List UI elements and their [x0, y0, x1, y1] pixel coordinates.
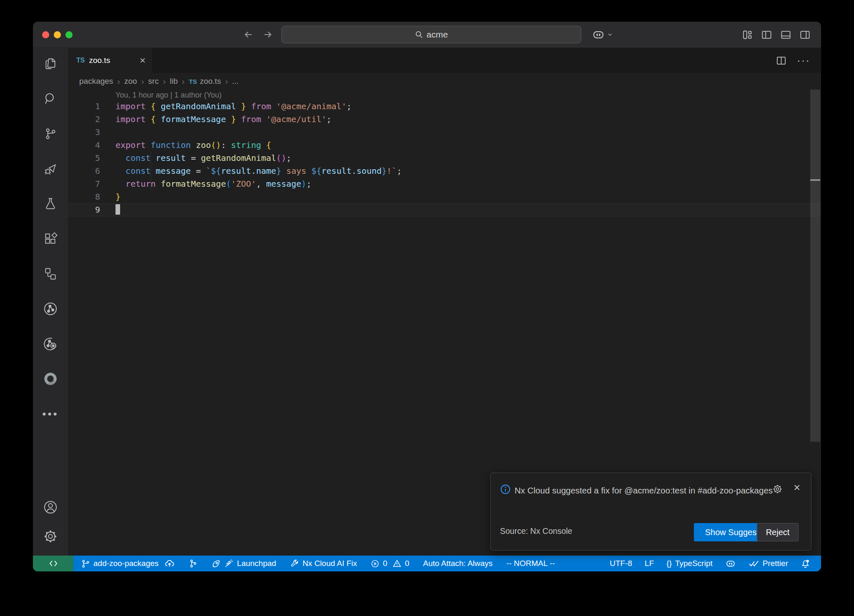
close-window-button[interactable]	[42, 31, 49, 38]
extensions-icon[interactable]	[33, 227, 68, 250]
more-actions-icon[interactable]: ···	[797, 54, 810, 67]
close-tab-icon[interactable]: ×	[140, 55, 146, 65]
line-number: 6	[68, 165, 116, 178]
breadcrumb-item-src[interactable]: src	[148, 77, 158, 86]
tab-zoo-ts[interactable]: TS zoo.ts ×	[68, 48, 153, 73]
testing-icon[interactable]	[33, 192, 68, 215]
status-bar: add-zoo-packages	[33, 556, 821, 571]
toggle-panel-icon[interactable]	[780, 29, 792, 41]
code-line-6[interactable]: 6 const message = `${result.name} says $…	[68, 165, 821, 178]
toggle-primary-sidebar-icon[interactable]	[761, 29, 773, 41]
explorer-icon[interactable]	[33, 52, 68, 75]
auto-attach-status[interactable]: Auto Attach: Always	[423, 559, 492, 568]
breadcrumb-separator-icon: ›	[163, 77, 166, 86]
breadcrumb-separator-icon: ›	[141, 77, 144, 86]
source-control-graph-status[interactable]	[188, 559, 198, 568]
settings-gear-icon[interactable]	[33, 525, 68, 548]
copilot-menu[interactable]	[592, 28, 613, 41]
line-number: 8	[68, 190, 116, 203]
search-sidebar-icon[interactable]	[33, 87, 68, 110]
eol-status[interactable]: LF	[645, 559, 654, 568]
editor-scrollbar[interactable]	[810, 90, 820, 442]
code-line-4[interactable]: 4export function zoo(): string {	[68, 139, 821, 152]
typescript-file-icon: TS	[189, 78, 197, 85]
warning-icon	[392, 559, 402, 568]
reject-button[interactable]: Reject	[757, 523, 799, 541]
code-line-9[interactable]: 9	[68, 203, 821, 216]
problems-status[interactable]: 0 0	[371, 559, 409, 568]
remote-icon	[48, 558, 58, 568]
code-line-7[interactable]: 7 return formatMessage('ZOO', message);	[68, 178, 821, 190]
source-control-icon[interactable]	[33, 122, 68, 145]
tab-label: zoo.ts	[89, 56, 110, 65]
notification-settings-gear-icon[interactable]	[772, 484, 783, 494]
info-icon	[500, 484, 511, 495]
code-line-8[interactable]: 8}	[68, 190, 821, 203]
encoding-status[interactable]: UTF-8	[610, 559, 632, 568]
code-lines: 1import { getRandomAnimal } from '@acme/…	[68, 100, 821, 216]
git-branch-status[interactable]: add-zoo-packages	[81, 558, 175, 569]
toggle-secondary-sidebar-icon[interactable]	[799, 29, 811, 41]
remote-indicator[interactable]	[33, 556, 73, 571]
copilot-status[interactable]	[725, 558, 736, 569]
accounts-icon[interactable]	[33, 496, 68, 519]
breadcrumb-separator-icon: ›	[182, 77, 185, 86]
chevron-down-icon	[607, 31, 613, 38]
copilot-icon	[725, 558, 736, 569]
line-number: 4	[68, 139, 116, 152]
braces-icon: {}	[666, 559, 672, 568]
nx-cloud-ai-fix-status[interactable]: Nx Cloud AI Fix	[290, 559, 357, 568]
search-value: acme	[427, 30, 448, 40]
vscode-window: acme	[33, 22, 821, 571]
git-branch-icon	[81, 559, 90, 568]
tab-bar: TS zoo.ts × ···	[68, 48, 821, 73]
line-number: 5	[68, 152, 116, 165]
notification-close-icon[interactable]: ×	[794, 481, 800, 494]
prettier-status[interactable]: Prettier	[749, 559, 788, 568]
split-editor-icon[interactable]	[776, 55, 787, 66]
desktop: acme	[0, 0, 854, 616]
breadcrumb-item-packages[interactable]: packages	[79, 77, 113, 86]
rocket-icon	[211, 559, 221, 568]
customize-layout-icon[interactable]	[741, 29, 754, 41]
traffic-lights	[42, 31, 73, 38]
code-line-1[interactable]: 1import { getRandomAnimal } from '@acme/…	[68, 100, 821, 113]
error-icon	[371, 559, 379, 568]
notifications-bell[interactable]	[801, 559, 810, 568]
forward-icon[interactable]	[261, 28, 275, 42]
breadcrumb-item-zoots[interactable]: TSzoo.ts	[189, 77, 221, 86]
zoom-window-button[interactable]	[65, 31, 73, 38]
nx-cloud-inspect-icon[interactable]	[33, 332, 68, 356]
minimize-window-button[interactable]	[54, 31, 61, 38]
more-views-icon[interactable]: •••	[33, 402, 68, 426]
edge-tools-icon[interactable]	[33, 367, 68, 391]
breadcrumb-item-[interactable]: ...	[232, 77, 239, 86]
breadcrumb-item-zoo[interactable]: zoo	[124, 77, 137, 86]
command-center-search[interactable]: acme	[281, 26, 581, 43]
double-check-icon	[749, 559, 759, 568]
run-debug-icon[interactable]	[33, 157, 68, 180]
breadcrumb-item-lib[interactable]: lib	[170, 77, 178, 86]
code-line-3[interactable]: 3	[68, 126, 821, 139]
launchpad-status[interactable]: Launchpad	[211, 559, 276, 568]
copilot-icon	[592, 28, 605, 41]
overview-ruler-cursor-mark	[810, 179, 820, 181]
typescript-file-icon: TS	[76, 57, 85, 64]
breadcrumb-separator-icon: ›	[117, 77, 120, 86]
notification-toast: Nx Cloud suggested a fix for @acme/zoo:t…	[490, 473, 811, 551]
back-icon[interactable]	[241, 28, 256, 42]
vim-mode-status[interactable]: -- NORMAL --	[506, 559, 555, 568]
bell-icon	[801, 559, 810, 568]
breadcrumb: packages›zoo›src›lib›TSzoo.ts›...	[68, 73, 821, 90]
source-control-graph-icon	[188, 559, 198, 568]
text-cursor	[116, 204, 120, 215]
line-number: 9	[68, 203, 116, 216]
linked-projects-icon[interactable]	[33, 262, 68, 285]
language-mode-status[interactable]: {} TypeScript	[666, 559, 712, 568]
notification-message: Nx Cloud suggested a fix for @acme/zoo:t…	[515, 482, 773, 498]
line-number: 3	[68, 126, 116, 139]
code-line-5[interactable]: 5 const result = getRandomAnimal();	[68, 152, 821, 165]
wrench-icon	[290, 559, 299, 568]
nx-console-icon[interactable]	[33, 297, 68, 321]
code-line-2[interactable]: 2import { formatMessage } from '@acme/ut…	[68, 113, 821, 126]
